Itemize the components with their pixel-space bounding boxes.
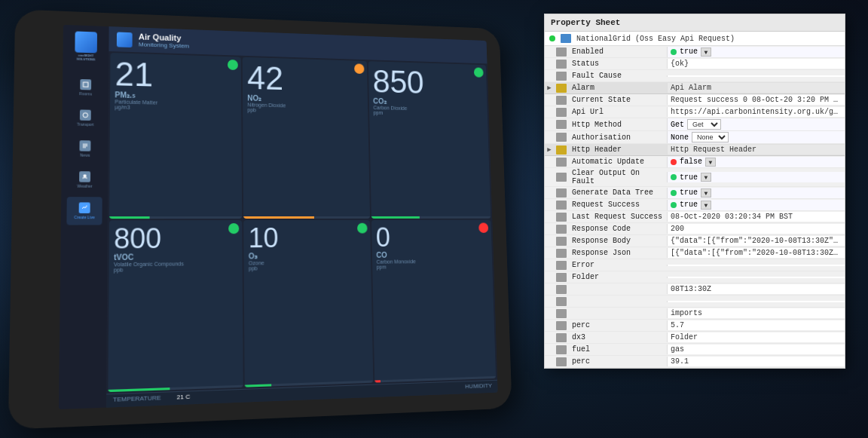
tablet-screen: oneSIGHT SOLUTIONS Rooms Transport [59,25,498,409]
sidebar-item-create-live[interactable]: Create Live [66,197,102,225]
enabled-text: true [680,47,698,56]
pm25-bar-bg [109,216,242,219]
alarm-value: Api Alarm [667,83,845,93]
ps-header-dot [549,35,555,41]
last-req-key: Last Request Success [569,212,667,222]
sensor-tvoc: 800 tVOC Volatile Organic Compounds ppb [108,220,243,392]
ps-row-enabled: Enabled true ▼ [545,46,845,58]
auth-key: Authorisation [569,133,667,142]
logo-cube-icon [75,31,97,53]
bottom-1-value [667,301,845,302]
pressure-strip: 1018 hPa [106,405,497,407]
humidity-label: HUMIDITY [465,382,492,390]
http-method-text: Get [671,121,684,129]
pressure-label: AIR PRESSURE [451,392,493,406]
ps-row-bottom-perc2: perc 39.1 [545,356,845,368]
ps-header-node: NationalGrid (Oss Easy Api Request) [576,35,735,43]
api-url-icon [556,108,567,117]
co2-bar-bg [371,216,491,219]
current-state-key: Current State [569,95,667,105]
ps-row-http-header[interactable]: ▶ Http Header Http Request Header [545,144,845,156]
sidebar-item-weather[interactable]: Weather [67,166,102,194]
gen-tree-btn[interactable]: ▼ [701,188,711,198]
co-value: 0 [375,224,487,251]
svg-rect-0 [84,82,88,87]
sidebar-item-transport[interactable]: Transport [68,104,103,132]
main-content: Air Quality Monitoring System 21 PM₂.₅ P… [106,26,497,407]
status-key: Status [569,59,667,69]
auth-text: None [671,133,689,142]
logo-area: oneSIGHT SOLUTIONS [69,31,104,66]
auto-update-icon [556,158,567,167]
ps-row-bottom-1 [545,296,845,308]
bottom-0-key [569,289,667,290]
req-success-text: true [680,201,698,209]
sensor-co: 0 CO Carbon Monoxide ppm [371,220,496,383]
clear-output-value: true ▼ [667,172,845,182]
auth-value: None NoneBasic [667,131,845,143]
current-state-value: Request success 0 08-Oct-20 3:20 PM BST [667,95,845,105]
req-success-key: Request Success [569,200,667,210]
response-body-value: {"data":[{"from":"2020-10-08T13:30Z","to… [667,236,845,246]
imports-key [569,313,667,314]
http-header-key: Http Header [569,145,667,155]
enabled-btn[interactable]: ▼ [701,47,711,57]
co2-bar-fill [371,216,420,219]
perc2-value: 39.1 [667,357,845,366]
api-url-value: https://api.carbonintensity.org.uk/gener… [667,107,845,117]
ps-row-alarm[interactable]: ▶ Alarm Api Alarm [545,82,845,94]
ps-header-row: NationalGrid (Oss Easy Api Request) [545,32,845,46]
clear-output-text: true [680,173,698,182]
http-method-key: Http Method [569,120,667,130]
no2-value: 42 [247,62,363,97]
ps-row-response-code: Response Code 200 [545,223,845,235]
no2-status-icon [354,63,364,74]
header-expand-icon[interactable]: ▶ [545,145,554,154]
temperature-label: TEMPERATURE [113,394,161,403]
alarm-expand-icon[interactable]: ▶ [545,84,554,92]
sensor-pm25: 21 PM₂.₅ Particulate Matter µg/m3 [109,53,242,219]
auto-update-dot [671,159,677,165]
fuel-icon [556,345,567,354]
auto-update-text: false [680,158,702,166]
auto-update-btn[interactable]: ▼ [705,158,716,167]
dx3-key: dx3 [569,332,667,342]
sidebar-item-news[interactable]: News [67,135,102,163]
response-code-key: Response Code [569,224,667,234]
alarm-icon [556,84,567,93]
sidebar-item-rooms[interactable]: Rooms [68,73,103,102]
auth-select[interactable]: NoneBasic [692,132,729,142]
sensor-co2: 850 CO₂ Carbon Dioxide ppm [368,61,491,219]
ps-row-folder: Folder [545,271,845,283]
enabled-value: true ▼ [667,47,845,57]
response-body-key: Response Body [569,236,667,246]
perc1-value: 5.7 [667,320,845,330]
co-bar-fill [374,380,381,382]
response-json-icon [556,249,567,258]
bottom-1-key [569,301,667,302]
ps-row-authorisation: Authorisation None NoneBasic [545,131,845,144]
perc2-icon [556,357,567,366]
create-live-icon [79,202,90,213]
sidebar-news-label: News [80,153,90,158]
http-method-value: Get GetPost [667,118,845,130]
folder-key: Folder [569,272,667,282]
response-code-value: 200 [667,224,845,234]
perc1-key: perc [569,320,667,330]
req-success-btn[interactable]: ▼ [701,201,711,210]
clear-output-btn[interactable]: ▼ [701,173,711,182]
ps-row-http-method: Http Method Get GetPost [545,118,845,131]
fault-cause-key: Fault Cause [569,71,667,81]
current-state-icon [556,96,567,105]
clear-output-dot [671,174,677,180]
sidebar-rooms-label: Rooms [79,91,92,96]
ps-body[interactable]: Enabled true ▼ Status {ok} Fault Cause ▶ [545,46,845,368]
http-method-select[interactable]: GetPost [687,119,721,130]
svg-point-1 [83,113,87,118]
ps-header-icon [561,34,571,43]
bottom-1-icon [556,297,567,306]
fuel-key: fuel [569,345,667,354]
humidity-value: 48% [113,406,136,408]
last-req-icon [556,213,567,222]
response-code-icon [556,225,567,234]
